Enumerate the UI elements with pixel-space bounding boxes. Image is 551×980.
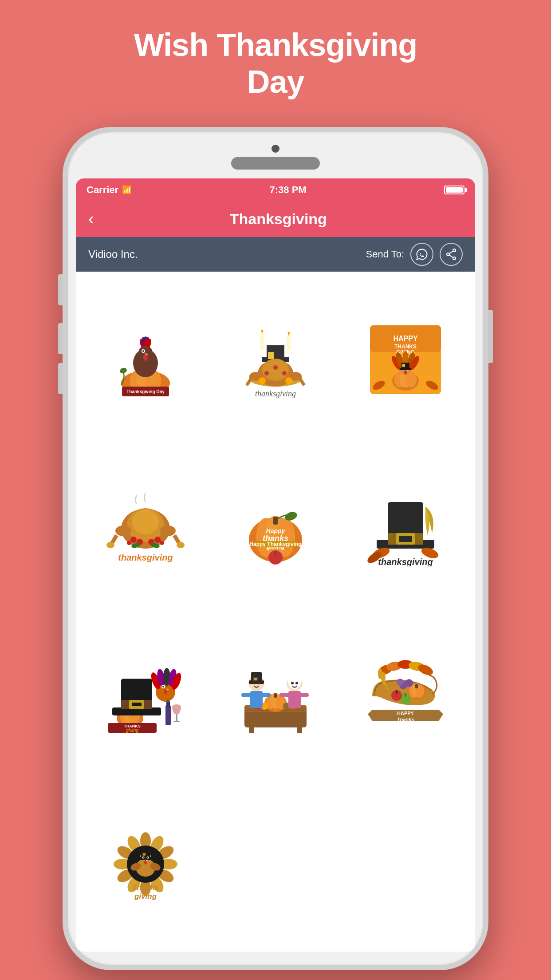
svg-line-3	[449, 251, 453, 253]
svg-rect-189	[396, 690, 398, 694]
svg-point-42	[259, 377, 266, 384]
svg-point-39	[264, 371, 269, 375]
svg-rect-92	[273, 517, 278, 525]
nav-bar: ‹ Thanksgiving	[76, 202, 475, 237]
svg-point-131	[162, 686, 164, 688]
svg-line-4	[449, 255, 453, 257]
send-to-label: Send To:	[366, 249, 404, 260]
sticker-6-icon: thanksgiving	[363, 489, 448, 566]
sticker-cell-4[interactable]: thanksgiving	[80, 444, 210, 612]
wifi-icon: 📶	[122, 185, 132, 195]
speaker	[231, 157, 320, 170]
svg-point-185	[397, 679, 404, 686]
svg-point-64	[404, 370, 407, 375]
svg-rect-138	[173, 721, 180, 722]
svg-rect-146	[249, 725, 254, 733]
status-bar: Carrier 📶 7:38 PM	[76, 178, 475, 202]
svg-rect-31	[268, 352, 274, 359]
svg-rect-152	[274, 693, 277, 698]
svg-point-0	[453, 249, 456, 252]
sticker-5-icon: Happy thanks giving Happy Thanksgiving	[233, 489, 318, 566]
svg-text:thanksgiving: thanksgiving	[378, 557, 433, 566]
back-button[interactable]: ‹	[88, 209, 94, 229]
svg-point-217	[142, 857, 143, 858]
svg-text:giving: giving	[126, 727, 139, 733]
svg-rect-134	[165, 705, 171, 725]
svg-point-1	[447, 253, 449, 256]
sticker-9-icon: HAPPY Thanks giving	[363, 656, 448, 734]
sticker-10-icon: Thanks giving	[103, 824, 188, 902]
sticker-2-icon: thanksgiving	[233, 321, 318, 399]
camera-dot	[272, 145, 279, 153]
svg-rect-66	[400, 368, 411, 370]
svg-point-84	[160, 541, 164, 545]
brand-label: Vidioo Inc.	[88, 248, 138, 261]
svg-line-36	[247, 379, 251, 385]
svg-rect-215	[143, 854, 145, 856]
svg-marker-26	[261, 330, 264, 334]
svg-point-184	[405, 679, 413, 687]
page-title: Wish ThanksgivingDay	[134, 27, 417, 100]
svg-point-221	[144, 860, 147, 865]
sticker-grid: Thanksgiving Day	[76, 272, 475, 952]
svg-text:giving: giving	[398, 723, 413, 730]
phone-screen: Carrier 📶 7:38 PM ‹ Thanksgiving Vidioo …	[76, 178, 475, 952]
svg-point-81	[127, 541, 131, 545]
svg-text:HAPPY: HAPPY	[394, 335, 418, 342]
svg-point-75	[106, 542, 114, 548]
svg-text:thanksgiving: thanksgiving	[255, 389, 296, 398]
svg-text:THANKS: THANKS	[394, 344, 417, 350]
svg-text:thanksgiving: thanksgiving	[118, 553, 173, 562]
svg-rect-161	[254, 678, 257, 680]
svg-rect-95	[275, 551, 276, 555]
svg-rect-169	[279, 693, 289, 697]
svg-point-40	[273, 365, 278, 370]
sticker-cell-5[interactable]: Happy thanks giving Happy Thanksgiving	[210, 444, 340, 612]
whatsapp-button[interactable]	[410, 243, 433, 266]
sticker-cell-9[interactable]: HAPPY Thanks giving	[341, 612, 471, 779]
svg-point-82	[154, 537, 161, 543]
svg-point-24	[119, 367, 127, 375]
svg-rect-106	[399, 536, 412, 542]
svg-point-72	[132, 510, 159, 534]
sticker-3-icon: HAPPY THANKS GIVING DAY	[363, 321, 448, 399]
svg-point-41	[282, 371, 287, 375]
send-to-area: Send To:	[366, 243, 463, 266]
sticker-cell-8[interactable]	[210, 612, 340, 779]
svg-point-78	[177, 542, 185, 548]
sticker-8-icon	[233, 656, 318, 734]
svg-rect-187	[405, 693, 406, 697]
svg-point-166	[257, 682, 260, 684]
sticker-cell-6[interactable]: thanksgiving	[341, 444, 471, 612]
sticker-cell-2[interactable]: thanksgiving	[210, 276, 340, 444]
svg-text:Thanks: Thanks	[397, 717, 414, 722]
svg-rect-159	[249, 680, 264, 684]
svg-rect-162	[250, 691, 263, 708]
sticker-cell-1[interactable]: Thanksgiving Day	[80, 276, 210, 444]
svg-point-20	[142, 350, 144, 352]
svg-rect-137	[176, 714, 177, 721]
svg-rect-170	[299, 693, 309, 697]
sticker-4-icon: thanksgiving	[103, 489, 188, 566]
svg-line-38	[300, 379, 304, 385]
phone-top	[68, 132, 483, 170]
svg-text:Happy: Happy	[266, 527, 286, 534]
sticker-cell-10[interactable]: Thanks giving	[80, 779, 210, 947]
share-button[interactable]	[440, 243, 463, 266]
svg-rect-164	[261, 693, 271, 697]
sticker-cell-3[interactable]: HAPPY THANKS GIVING DAY	[341, 276, 471, 444]
sticker-cell-7[interactable]: THANKS giving	[80, 612, 210, 779]
svg-rect-182	[415, 684, 418, 688]
svg-rect-136	[167, 699, 169, 703]
svg-point-76	[160, 526, 176, 536]
sticker-7-icon: THANKS giving	[103, 656, 188, 734]
svg-text:HAPPY: HAPPY	[397, 711, 414, 716]
svg-rect-27	[287, 336, 291, 350]
svg-rect-67	[402, 364, 405, 367]
carrier-label: Carrier 📶	[87, 184, 132, 196]
svg-rect-163	[241, 693, 251, 697]
svg-text:Thanksgiving Day: Thanksgiving Day	[126, 389, 165, 394]
svg-point-172	[295, 682, 298, 684]
svg-point-171	[291, 682, 294, 684]
phone-shell: Carrier 📶 7:38 PM ‹ Thanksgiving Vidioo …	[63, 127, 488, 970]
